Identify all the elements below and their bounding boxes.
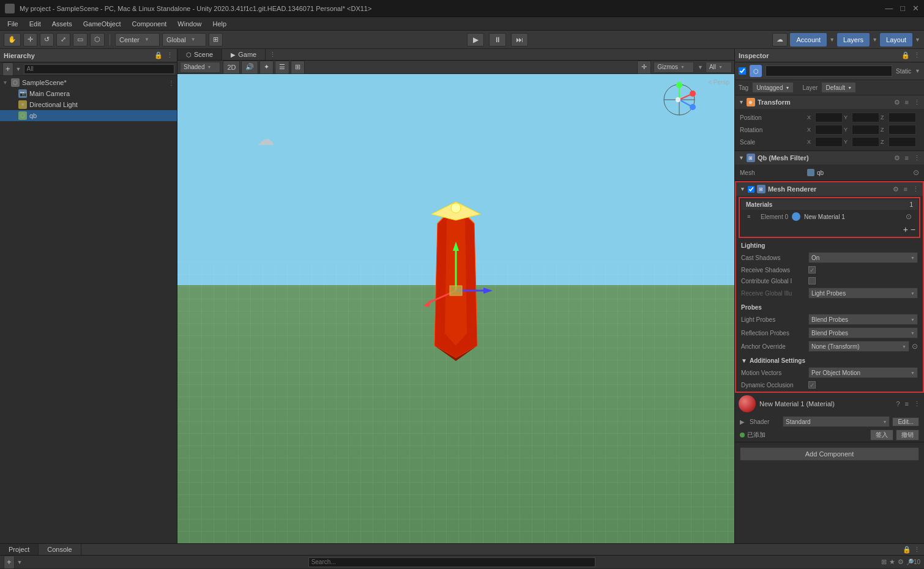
maximize-button[interactable]: □ (900, 4, 905, 13)
meshfilter-menu-icon[interactable]: ≡ (905, 154, 909, 162)
motion-vectors-dropdown[interactable]: Per Object Motion (808, 367, 918, 378)
move-tool[interactable]: ✛ (23, 33, 37, 46)
tab-game[interactable]: ▶ Game (222, 49, 266, 60)
static-dropdown-arrow[interactable]: ▼ (915, 68, 920, 74)
close-button[interactable]: ✕ (912, 4, 919, 13)
reflection-probes-dropdown[interactable]: Blend Probes (808, 327, 918, 338)
materials-add-icon[interactable]: + (903, 225, 908, 234)
meshrenderer-menu-icon[interactable]: ≡ (904, 185, 907, 193)
play-button[interactable]: ▶ (467, 33, 484, 46)
meshfilter-settings-icon[interactable]: ⚙ (894, 154, 900, 162)
meshrenderer-more-icon[interactable]: ⋮ (912, 185, 919, 193)
mesh-picker-icon[interactable]: ⊙ (913, 168, 919, 177)
hierarchy-menu-icon[interactable]: ⋮ (166, 51, 173, 59)
inspector-menu-icon[interactable]: ⋮ (914, 51, 920, 59)
mat-more-icon[interactable]: ⋮ (914, 400, 920, 408)
tab-scene[interactable]: ⬡ Scene (177, 49, 222, 60)
mat-help-icon[interactable]: ? (896, 400, 900, 408)
menu-help[interactable]: Help (207, 19, 231, 29)
project-settings-icon[interactable]: ⚙ (898, 558, 904, 566)
project-add-button[interactable]: + (4, 556, 15, 569)
project-filter-icon[interactable]: ⊞ (881, 558, 887, 566)
scale-z-input[interactable]: 1 (889, 137, 916, 147)
step-button[interactable]: ⏭ (511, 33, 528, 46)
cancel-button[interactable]: 撤销 (896, 430, 919, 441)
scale-x-input[interactable]: 1 (815, 137, 843, 147)
fx-button[interactable]: ✦ (259, 61, 274, 74)
obj-name-input[interactable]: qb (766, 65, 892, 76)
menu-component[interactable]: Component (127, 19, 171, 29)
hierarchy-lock-icon[interactable]: 🔒 (154, 51, 163, 59)
center-dropdown[interactable]: Center (115, 33, 160, 46)
sign-in-button[interactable]: 签入 (870, 430, 893, 441)
menu-gameobject[interactable]: GameObject (78, 19, 126, 29)
additional-settings-header[interactable]: ▼ Additional Settings (736, 355, 923, 366)
audio-button[interactable]: 🔊 (241, 61, 258, 74)
pos-z-input[interactable]: 0 (889, 113, 916, 122)
scene-view[interactable]: ☁ < Persp (177, 74, 734, 543)
bottom-lock-icon[interactable]: 🔒 (903, 546, 911, 554)
hierarchy-search-input[interactable] (24, 64, 174, 74)
scale-y-input[interactable]: 1 (852, 137, 879, 147)
account-dropdown[interactable]: Account (790, 33, 827, 46)
layer-dropdown[interactable]: Default (821, 82, 856, 93)
obj-enabled-checkbox[interactable] (739, 67, 746, 75)
hierarchy-item-light[interactable]: ☀ Directional Light (0, 99, 177, 110)
receive-global-dropdown[interactable]: Light Probes (808, 288, 918, 299)
shading-dropdown[interactable]: Shaded (180, 62, 220, 73)
hand-tool[interactable]: ✋ (4, 33, 21, 46)
scene-menu-icon[interactable]: ⋮ (168, 80, 174, 86)
rotate-tool[interactable]: ↺ (40, 33, 54, 46)
shader-dropdown[interactable]: Standard (783, 416, 890, 427)
transform-menu-icon[interactable]: ≡ (905, 99, 909, 106)
transform-tool[interactable]: ⬡ (90, 33, 105, 46)
global-dropdown[interactable]: Global (162, 33, 206, 46)
materials-remove-icon[interactable]: − (911, 225, 915, 234)
receive-shadows-checkbox[interactable]: ✓ (808, 266, 816, 273)
layout-dropdown[interactable]: Layout (880, 33, 912, 46)
layers-dropdown[interactable]: Layers (837, 33, 870, 46)
tab-console[interactable]: Console (39, 544, 81, 555)
pos-x-input[interactable]: 0 (815, 113, 843, 122)
hierarchy-scene-root[interactable]: ▼ ⬡ SampleScene* ⋮ (0, 77, 177, 88)
mesh-filter-header[interactable]: ▼ ⊞ Qb (Mesh Filter) ⚙ ≡ ⋮ (735, 151, 924, 165)
scene-menu-icon[interactable]: ⋮ (269, 51, 276, 59)
rect-tool[interactable]: ▭ (73, 33, 88, 46)
mesh-renderer-header[interactable]: ▼ ⊞ Mesh Renderer ⚙ ≡ ⋮ (736, 182, 923, 196)
anchor-override-dropdown[interactable]: None (Transform) (808, 341, 909, 352)
light-probes-dropdown[interactable]: Blend Probes (808, 314, 918, 325)
menu-edit[interactable]: Edit (24, 19, 46, 29)
meshrenderer-settings-icon[interactable]: ⚙ (893, 185, 899, 193)
bottom-menu-icon[interactable]: ⋮ (914, 546, 920, 554)
meshfilter-more-icon[interactable]: ⋮ (914, 154, 920, 162)
menu-window[interactable]: Window (173, 19, 206, 29)
tag-dropdown[interactable]: Untagged (752, 82, 794, 93)
anchor-override-picker[interactable]: ⊙ (912, 342, 918, 351)
mesh-renderer-enabled-checkbox[interactable] (748, 186, 754, 193)
pos-y-input[interactable]: 0 (852, 113, 879, 122)
pause-button[interactable]: ⏸ (489, 33, 506, 46)
rot-x-input[interactable]: 0 (815, 125, 843, 135)
all-dropdown[interactable]: All (706, 62, 732, 73)
transform-header[interactable]: ▼ ⊕ Transform ⚙ ≡ ⋮ (735, 95, 924, 109)
gizmos-dropdown[interactable]: Gizmos (654, 62, 694, 73)
project-search-input[interactable] (308, 557, 595, 567)
material-picker-icon[interactable] (792, 212, 800, 221)
transform-more-icon[interactable]: ⋮ (914, 99, 920, 106)
grid-button[interactable]: ⊞ (209, 33, 223, 46)
minimize-button[interactable]: — (885, 4, 893, 13)
shader-edit-button[interactable]: Edit... (892, 417, 919, 426)
rot-y-input[interactable]: 0 (852, 125, 879, 135)
add-component-button[interactable]: Add Component (740, 447, 919, 461)
project-favorite-icon[interactable]: ★ (889, 558, 895, 566)
tab-project[interactable]: Project (0, 544, 39, 555)
hierarchy-item-camera[interactable]: 📷 Main Camera (0, 88, 177, 99)
hierarchy-add-button[interactable]: + (2, 62, 13, 76)
cloud-button[interactable]: ☁ (772, 33, 788, 46)
inspector-lock-icon[interactable]: 🔒 (901, 51, 910, 59)
dynamic-occlusion-checkbox[interactable]: ✓ (808, 381, 816, 389)
transform-settings-icon[interactable]: ⚙ (894, 99, 900, 106)
mat-settings-icon[interactable]: ≡ (905, 400, 909, 408)
cast-shadows-dropdown[interactable]: On (808, 252, 918, 263)
menu-file[interactable]: File (2, 19, 23, 29)
